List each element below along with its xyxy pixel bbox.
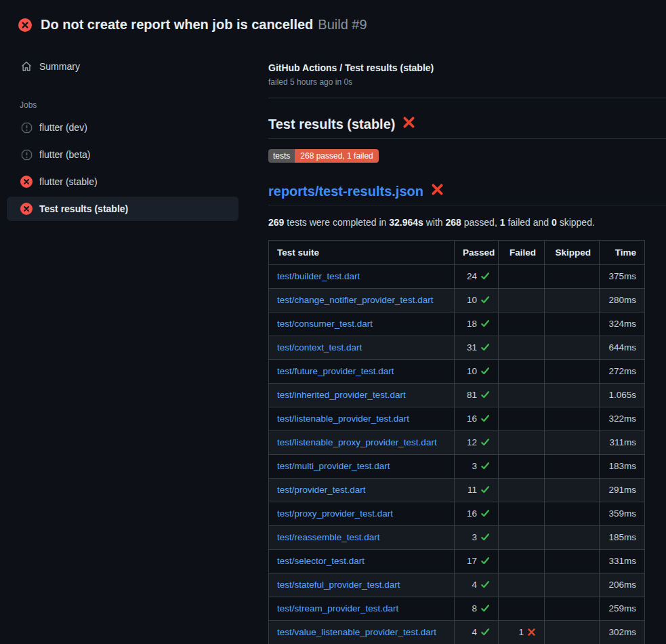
failed-cell	[499, 407, 545, 431]
passed-cell: 17	[455, 550, 499, 573]
failed-cell	[499, 526, 545, 550]
skipped-cell	[545, 502, 600, 526]
check-icon	[480, 388, 490, 402]
passed-cell: 10	[455, 360, 499, 384]
tests-badge-label: tests	[268, 149, 295, 163]
report-heading: reports/test-results.json	[268, 183, 666, 205]
test-suite-link[interactable]: test/listenable_proxy_provider_test.dart	[277, 437, 437, 447]
passed-cell: 3	[455, 455, 499, 479]
check-icon	[480, 578, 490, 592]
table-row: test/listenable_provider_test.dart 16 32…	[269, 407, 645, 431]
main-content: GitHub Actions / Test results (stable) f…	[238, 54, 666, 644]
skipped-cell	[545, 597, 600, 621]
time-cell: 183ms	[600, 455, 645, 479]
test-suite-link[interactable]: test/consumer_test.dart	[277, 319, 373, 329]
sidebar-job-label: Test results (stable)	[39, 203, 128, 214]
passed-cell: 8	[455, 597, 499, 621]
passed-cell: 16	[455, 502, 499, 526]
skipped-cell	[545, 384, 600, 407]
test-suite-link[interactable]: test/builder_test.dart	[277, 271, 360, 281]
test-suite-link[interactable]: test/context_test.dart	[277, 342, 362, 353]
section-heading-text: Test results (stable)	[268, 117, 395, 132]
jobs-section-label: Jobs	[20, 100, 238, 110]
time-cell: 322ms	[600, 407, 645, 431]
check-icon	[480, 531, 490, 544]
passed-cell: 16	[455, 407, 499, 431]
report-file-link[interactable]: reports/test-results.json	[268, 184, 423, 199]
passed-cell: 18	[455, 313, 499, 336]
test-suite-link[interactable]: test/proxy_provider_test.dart	[277, 508, 393, 519]
stopped-icon	[20, 149, 33, 161]
failed-cell	[499, 336, 545, 360]
check-icon	[480, 341, 490, 355]
failed-cell	[499, 265, 545, 289]
skipped-cell	[545, 526, 600, 550]
test-suite-link[interactable]: test/stream_provider_test.dart	[277, 603, 398, 613]
time-cell: 302ms	[600, 621, 645, 644]
sidebar-item-summary[interactable]: Summary	[7, 54, 238, 79]
test-suite-link[interactable]: test/inherited_provider_test.dart	[277, 390, 406, 400]
failed-cell	[499, 360, 545, 384]
breadcrumb: GitHub Actions / Test results (stable)	[268, 62, 666, 73]
sidebar-job-item[interactable]: flutter (dev)	[7, 115, 238, 140]
failed-cell	[499, 289, 545, 313]
time-cell: 359ms	[600, 502, 645, 526]
summary-line: 269 tests were completed in 32.964s with…	[268, 217, 666, 228]
test-suite-link[interactable]: test/stateful_provider_test.dart	[277, 580, 400, 590]
sidebar-job-item[interactable]: flutter (stable)	[7, 169, 238, 194]
check-icon	[480, 317, 490, 331]
failed-cell	[499, 573, 545, 597]
run-status-text: failed 5 hours ago in 0s	[268, 77, 666, 87]
column-header-test-suite: Test suite	[269, 241, 455, 265]
sidebar-job-label: flutter (beta)	[39, 149, 90, 160]
table-row: test/stream_provider_test.dart 8 259ms	[269, 597, 645, 621]
skipped-cell	[545, 360, 600, 384]
skipped-cell	[545, 265, 600, 289]
check-icon	[480, 626, 490, 639]
test-suite-link[interactable]: test/provider_test.dart	[277, 485, 366, 495]
failed-cell	[499, 313, 545, 336]
build-number: Build #9	[318, 17, 367, 32]
passed-cell: 3	[455, 526, 499, 550]
test-suite-link[interactable]: test/reassemble_test.dart	[277, 532, 380, 542]
test-results-table: Test suite Passed Failed Skipped Time te…	[268, 240, 645, 644]
table-row: test/provider_test.dart 11 291ms	[269, 479, 645, 502]
time-cell: 311ms	[600, 431, 645, 455]
skipped-cell	[545, 550, 600, 573]
passed-cell: 11	[455, 479, 499, 502]
build-header: Do not create report when job is cancell…	[0, 0, 666, 38]
cross-icon	[527, 626, 536, 639]
test-suite-link[interactable]: test/multi_provider_test.dart	[277, 461, 390, 471]
skipped-cell	[545, 455, 600, 479]
time-cell: 331ms	[600, 550, 645, 573]
table-row: test/multi_provider_test.dart 3 183ms	[269, 455, 645, 479]
test-suite-link[interactable]: test/future_provider_test.dart	[277, 366, 394, 376]
table-row: test/stateful_provider_test.dart 4 206ms	[269, 573, 645, 597]
table-row: test/future_provider_test.dart 10 272ms	[269, 360, 645, 384]
sidebar: Summary Jobs flutter (dev) flutter (beta…	[7, 54, 238, 224]
test-suite-link[interactable]: test/listenable_provider_test.dart	[277, 414, 409, 424]
skipped-cell	[545, 573, 600, 597]
test-suite-link[interactable]: test/value_listenable_provider_test.dart	[277, 627, 436, 637]
passed-cell: 4	[455, 573, 499, 597]
header-divider	[268, 98, 666, 98]
sidebar-job-item[interactable]: flutter (beta)	[7, 142, 238, 167]
time-cell: 259ms	[600, 597, 645, 621]
check-icon	[480, 412, 490, 426]
sidebar-summary-label: Summary	[39, 61, 80, 72]
check-icon	[480, 507, 490, 521]
sidebar-job-item[interactable]: Test results (stable)	[7, 197, 238, 221]
failed-cell	[499, 431, 545, 455]
home-icon	[20, 61, 33, 72]
test-suite-link[interactable]: test/selector_test.dart	[277, 556, 365, 566]
failed-cell	[499, 384, 545, 407]
test-suite-link[interactable]: test/change_notifier_provider_test.dart	[277, 295, 433, 305]
cross-mark-icon	[431, 183, 444, 199]
column-header-time: Time	[600, 241, 645, 265]
sidebar-job-label: flutter (stable)	[39, 176, 98, 187]
check-icon	[480, 555, 490, 568]
passed-cell: 10	[455, 289, 499, 313]
failed-cell: 1	[499, 621, 545, 644]
check-icon	[480, 270, 490, 283]
table-row: test/builder_test.dart 24 375ms	[269, 265, 645, 289]
